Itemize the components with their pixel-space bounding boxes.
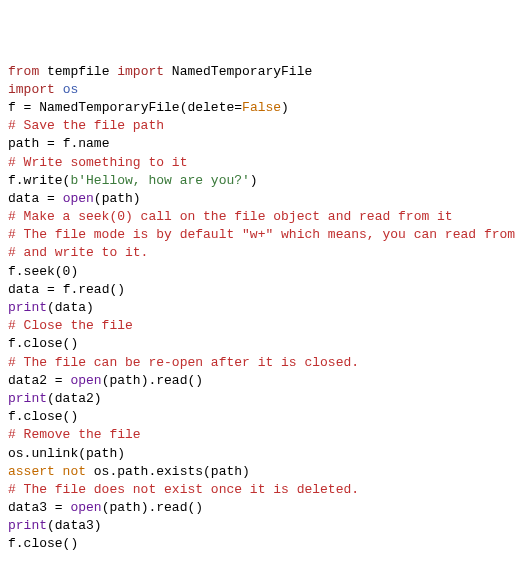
code-token: f.close() bbox=[8, 536, 78, 551]
code-token: open bbox=[63, 191, 94, 206]
code-line: f.seek(0) bbox=[8, 263, 517, 281]
code-token: # The file does not exist once it is del… bbox=[8, 482, 359, 497]
code-token: f.write( bbox=[8, 173, 70, 188]
code-token: f.close() bbox=[8, 336, 78, 351]
code-line: data3 = open(path).read() bbox=[8, 499, 517, 517]
code-token: (path) bbox=[94, 191, 141, 206]
code-token: ) bbox=[250, 173, 258, 188]
code-token: os bbox=[63, 82, 79, 97]
code-token: data2 bbox=[8, 373, 55, 388]
code-token: (path).read() bbox=[102, 500, 203, 515]
code-token: f.seek( bbox=[8, 264, 63, 279]
code-line: # The file can be re-open after it is cl… bbox=[8, 354, 517, 372]
code-token: NamedTemporaryFile(delete bbox=[31, 100, 234, 115]
code-line: # and write to it. bbox=[8, 244, 517, 262]
code-token: data bbox=[8, 191, 47, 206]
code-token: f.read() bbox=[55, 282, 125, 297]
code-line: print(data3) bbox=[8, 517, 517, 535]
code-token: ) bbox=[70, 264, 78, 279]
code-token: (data) bbox=[47, 300, 94, 315]
code-token: os.unlink(path) bbox=[8, 446, 125, 461]
code-line: f.close() bbox=[8, 535, 517, 553]
code-line: os.unlink(path) bbox=[8, 445, 517, 463]
code-token: = bbox=[47, 282, 55, 297]
code-line: f.close() bbox=[8, 408, 517, 426]
code-line: f = NamedTemporaryFile(delete=False) bbox=[8, 99, 517, 117]
code-line: assert not os.path.exists(path) bbox=[8, 463, 517, 481]
code-token: import bbox=[8, 82, 55, 97]
code-token: # Close the file bbox=[8, 318, 133, 333]
code-token: = bbox=[55, 373, 63, 388]
code-token bbox=[55, 191, 63, 206]
code-line: f.write(b'Hellow, how are you?') bbox=[8, 172, 517, 190]
code-token: data3 bbox=[8, 500, 55, 515]
code-token: = bbox=[234, 100, 242, 115]
code-line: data2 = open(path).read() bbox=[8, 372, 517, 390]
code-block: from tempfile import NamedTemporaryFilei… bbox=[8, 63, 517, 554]
code-line: print(data) bbox=[8, 299, 517, 317]
code-token: print bbox=[8, 300, 47, 315]
code-line: # Save the file path bbox=[8, 117, 517, 135]
code-token: print bbox=[8, 391, 47, 406]
code-token: print bbox=[8, 518, 47, 533]
code-token: # The file can be re-open after it is cl… bbox=[8, 355, 359, 370]
code-line: f.close() bbox=[8, 335, 517, 353]
code-token: open bbox=[70, 373, 101, 388]
code-token: f.name bbox=[55, 136, 110, 151]
code-token: f.close() bbox=[8, 409, 78, 424]
code-line: # Close the file bbox=[8, 317, 517, 335]
code-token: assert not bbox=[8, 464, 86, 479]
code-line: data = f.read() bbox=[8, 281, 517, 299]
code-token: = bbox=[55, 500, 63, 515]
code-token: ) bbox=[281, 100, 289, 115]
code-line: # Remove the file bbox=[8, 426, 517, 444]
code-token: (data2) bbox=[47, 391, 102, 406]
code-token: # Make a seek(0) call on the file object… bbox=[8, 209, 453, 224]
code-token: False bbox=[242, 100, 281, 115]
code-line: data = open(path) bbox=[8, 190, 517, 208]
code-token: open bbox=[70, 500, 101, 515]
code-line: # Make a seek(0) call on the file object… bbox=[8, 208, 517, 226]
code-token: = bbox=[47, 136, 55, 151]
code-line: # The file mode is by default "w+" which… bbox=[8, 226, 517, 244]
code-token: b'Hellow, how are you?' bbox=[70, 173, 249, 188]
code-token: f bbox=[8, 100, 24, 115]
code-token: tempfile bbox=[39, 64, 117, 79]
code-token: from bbox=[8, 64, 39, 79]
code-token: (data3) bbox=[47, 518, 102, 533]
code-token: = bbox=[47, 191, 55, 206]
code-token: # Remove the file bbox=[8, 427, 141, 442]
code-token: os.path.exists(path) bbox=[86, 464, 250, 479]
code-token: path bbox=[8, 136, 47, 151]
code-token: # and write to it. bbox=[8, 245, 148, 260]
code-token: import bbox=[117, 64, 164, 79]
code-line: import os bbox=[8, 81, 517, 99]
code-token: NamedTemporaryFile bbox=[164, 64, 312, 79]
code-token: # Save the file path bbox=[8, 118, 164, 133]
code-line: # Write something to it bbox=[8, 154, 517, 172]
code-token: # Write something to it bbox=[8, 155, 187, 170]
code-line: # The file does not exist once it is del… bbox=[8, 481, 517, 499]
code-token bbox=[55, 82, 63, 97]
code-line: path = f.name bbox=[8, 135, 517, 153]
code-token: data bbox=[8, 282, 47, 297]
code-line: print(data2) bbox=[8, 390, 517, 408]
code-line: from tempfile import NamedTemporaryFile bbox=[8, 63, 517, 81]
code-token: # The file mode is by default "w+" which… bbox=[8, 227, 515, 242]
code-token: (path).read() bbox=[102, 373, 203, 388]
